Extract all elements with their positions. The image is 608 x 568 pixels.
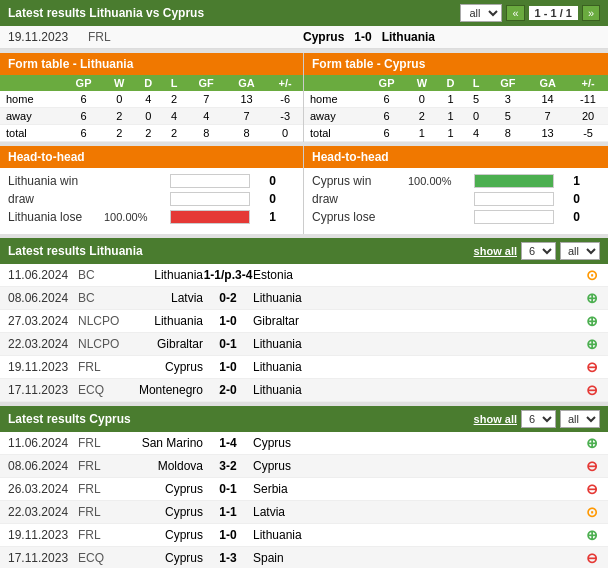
h2h-cyprus: Head-to-head Cyprus win100.00%1draw0Cypr…: [304, 146, 608, 234]
page-info: 1 - 1 / 1: [529, 6, 578, 20]
match-team2: Lithuania: [382, 30, 435, 44]
col-gp: GP: [63, 75, 103, 91]
cyprus-stats-table: GP W D L GF GA +/- home6015314-11away621…: [304, 75, 608, 142]
loss-icon: ⊖: [586, 359, 598, 375]
main-match-row: 19.11.2023 FRL Cyprus 1-0 Lithuania: [0, 26, 608, 49]
match-date: 19.11.2023: [8, 30, 88, 44]
header-title: Latest results Lithuania vs Cyprus: [8, 6, 204, 20]
latest-cyprus-title: Latest results Cyprus: [8, 412, 131, 426]
col-l-cy: L: [464, 75, 489, 91]
match-competition: FRL: [88, 30, 138, 44]
col-w-cy: W: [406, 75, 437, 91]
loss-icon: ⊖: [586, 458, 598, 474]
latest-lithuania-results: 11.06.2024BCLithuania1-1/p.3-4Estonia⊙08…: [0, 264, 608, 402]
win-icon: ⊕: [586, 290, 598, 306]
filter-dropdown-lithuania[interactable]: all: [560, 242, 600, 260]
match-teams: Cyprus 1-0 Lithuania: [138, 30, 600, 44]
latest-cyprus-header: Latest results Cyprus show all 6 all: [0, 406, 608, 432]
col-ga-cy: GA: [527, 75, 568, 91]
h2h-row: Lithuania win0: [8, 174, 295, 188]
win-icon: ⊕: [586, 527, 598, 543]
result-row: 27.03.2024NLCPOLithuania1-0Gibraltar⊕: [0, 310, 608, 333]
next-button[interactable]: »: [582, 5, 600, 21]
col-l: L: [162, 75, 187, 91]
h2h-lithuania: Head-to-head Lithuania win0draw0Lithuani…: [0, 146, 304, 234]
show-all-lithuania[interactable]: show all: [474, 245, 517, 257]
loss-icon: ⊖: [586, 481, 598, 497]
col-row-label: [0, 75, 63, 91]
match-team1: Cyprus: [303, 30, 344, 44]
result-row: 19.11.2023FRLCyprus1-0Lithuania⊕: [0, 524, 608, 547]
latest-cyprus-results: 11.06.2024FRLSan Marino1-4Cyprus⊕08.06.2…: [0, 432, 608, 568]
result-row: 17.11.2023ECQCyprus1-3Spain⊖: [0, 547, 608, 568]
col-diff: +/-: [267, 75, 303, 91]
filter-dropdown[interactable]: all: [460, 4, 502, 22]
h2h-lithuania-body: Lithuania win0draw0Lithuania lose100.00%…: [0, 168, 303, 234]
latest-lithuania-title: Latest results Lithuania: [8, 244, 143, 258]
col-ga: GA: [226, 75, 267, 91]
table-row: away620447-3: [0, 108, 303, 125]
result-row: 22.03.2024NLCPOGibraltar0-1Lithuania⊕: [0, 333, 608, 356]
draw-icon: ⊙: [586, 504, 598, 520]
match-score: 1-0: [354, 30, 371, 44]
h2h-row: draw0: [8, 192, 295, 206]
col-gf: GF: [187, 75, 226, 91]
col-gp-cy: GP: [367, 75, 407, 91]
table-row: home6042713-6: [0, 91, 303, 108]
h2h-section: Head-to-head Lithuania win0draw0Lithuani…: [0, 146, 608, 234]
form-table-cyprus: Form table - Cyprus GP W D L GF GA +/- h…: [304, 53, 608, 142]
h2h-cyprus-body: Cyprus win100.00%1draw0Cyprus lose0: [304, 168, 608, 234]
main-header: Latest results Lithuania vs Cyprus all «…: [0, 0, 608, 26]
col-w: W: [104, 75, 135, 91]
table-row: total6114813-5: [304, 125, 608, 142]
latest-lithuania-header: Latest results Lithuania show all 6 all: [0, 238, 608, 264]
col-row-label-cy: [304, 75, 367, 91]
h2h-row: draw0: [312, 192, 600, 206]
col-d: D: [135, 75, 162, 91]
result-row: 11.06.2024FRLSan Marino1-4Cyprus⊕: [0, 432, 608, 455]
count-dropdown-lithuania[interactable]: 6: [521, 242, 556, 260]
col-gf-cy: GF: [488, 75, 527, 91]
filter-dropdown-cyprus[interactable]: all: [560, 410, 600, 428]
form-table-lithuania: Form table - Lithuania GP W D L GF GA +/…: [0, 53, 304, 142]
prev-button[interactable]: «: [506, 5, 524, 21]
nav-controls: all « 1 - 1 / 1 »: [460, 4, 600, 22]
result-row: 22.03.2024FRLCyprus1-1Latvia⊙: [0, 501, 608, 524]
draw-icon: ⊙: [586, 267, 598, 283]
win-icon: ⊕: [586, 435, 598, 451]
h2h-lithuania-header: Head-to-head: [0, 146, 303, 168]
table-row: away62105720: [304, 108, 608, 125]
show-all-cyprus[interactable]: show all: [474, 413, 517, 425]
h2h-row: Lithuania lose100.00%1: [8, 210, 295, 224]
win-icon: ⊕: [586, 336, 598, 352]
count-dropdown-cyprus[interactable]: 6: [521, 410, 556, 428]
result-row: 19.11.2023FRLCyprus1-0Lithuania⊖: [0, 356, 608, 379]
latest-lithuania-controls: show all 6 all: [474, 242, 600, 260]
h2h-row: Cyprus lose0: [312, 210, 600, 224]
table-row: home6015314-11: [304, 91, 608, 108]
result-row: 26.03.2024FRLCyprus0-1Serbia⊖: [0, 478, 608, 501]
h2h-row: Cyprus win100.00%1: [312, 174, 600, 188]
lithuania-stats-table: GP W D L GF GA +/- home6042713-6away6204…: [0, 75, 303, 142]
result-row: 08.06.2024FRLMoldova3-2Cyprus⊖: [0, 455, 608, 478]
form-table-cyprus-header: Form table - Cyprus: [304, 53, 608, 75]
result-row: 17.11.2023ECQMontenegro2-0Lithuania⊖: [0, 379, 608, 402]
latest-cyprus-controls: show all 6 all: [474, 410, 600, 428]
h2h-cyprus-header: Head-to-head: [304, 146, 608, 168]
table-row: total6222880: [0, 125, 303, 142]
form-tables: Form table - Lithuania GP W D L GF GA +/…: [0, 53, 608, 142]
col-d-cy: D: [437, 75, 464, 91]
win-icon: ⊕: [586, 313, 598, 329]
result-row: 08.06.2024BCLatvia0-2Lithuania⊕: [0, 287, 608, 310]
form-table-lithuania-header: Form table - Lithuania: [0, 53, 303, 75]
loss-icon: ⊖: [586, 550, 598, 566]
result-row: 11.06.2024BCLithuania1-1/p.3-4Estonia⊙: [0, 264, 608, 287]
loss-icon: ⊖: [586, 382, 598, 398]
col-diff-cy: +/-: [568, 75, 608, 91]
